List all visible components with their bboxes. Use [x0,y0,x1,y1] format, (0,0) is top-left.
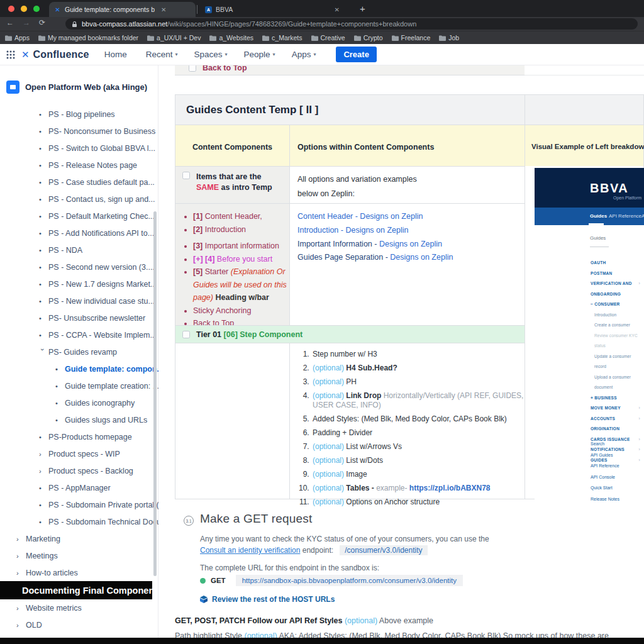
sidebar-page-item[interactable]: • Guide template: compon... [0,360,158,377]
zeplin-link[interactable]: Introduction - Designs on Zeplin [297,224,525,238]
sidebar-page-item[interactable]: • PS - Second new version (3.... [0,258,158,275]
bbva-hero-banner: BBVA Open Platform [535,168,644,208]
sidebar-page-item[interactable]: • Guides slugs and URLs [0,411,158,428]
sidebar-page-item[interactable]: • PS - Switch to Global BBVA l... [0,140,158,157]
confluence-logo[interactable]: ✕ Confluence [21,49,89,60]
sidebar-page-item[interactable]: • PS - NDA [0,242,158,258]
component-list-item[interactable]: [3] Important information [193,240,289,253]
bbva-side-menu: OAUTH POSTMAN VERIFICATION AND ONBOARDIN… [535,258,644,465]
sidebar-page-item[interactable]: • PS - Blog pipelines [0,106,158,123]
sidebar-page-item[interactable]: • PS - Contact us, sign up and... [0,191,158,208]
back-to-top-link[interactable]: Back to Top [203,65,247,72]
zeplin-link[interactable]: Content Header - Designs on Zeplin [297,210,525,224]
bookmarks-bar: Apps My managed bookmarks folder a_UX/UI… [0,31,644,44]
confluence-nav-item[interactable]: Apps ▾ [292,50,316,59]
component-list-item[interactable]: Sticky Anchoring [193,304,289,318]
tree-marker-icon: • [55,382,65,390]
tree-marker-icon: • [39,111,48,118]
bbva-footer-link: API Console [535,472,644,483]
divider [590,247,609,247]
address-bar[interactable]: bbva-compass.atlassian.net/wiki/spaces/H… [65,18,638,30]
sidebar-page-item[interactable]: • PS - Case studies default pa... [0,174,158,191]
step-option-item: (optional) Image [311,470,525,479]
tree-marker-icon: • [39,162,48,169]
review-host-urls-link[interactable]: Review the rest of the HOST URLs [200,595,335,604]
checkbox[interactable] [182,172,190,179]
forward-icon[interactable]: → [23,18,30,27]
sidebar-page-item[interactable]: › Product specs - WIP [0,445,158,462]
sidebar-page-item[interactable]: • Guide template creation: ... [0,377,158,394]
bookmark-item[interactable]: Crypto [354,34,383,42]
confluence-nav-item[interactable]: People ▾ [244,50,275,59]
tab-guide-template[interactable]: ✕ Guide template: components b ✕ [49,2,196,17]
zeplin-link[interactable]: Guides Page Separation - Designs on Zepl… [297,251,525,265]
component-list-item[interactable]: [1] Content Header, [193,210,289,223]
sidebar-page-item[interactable]: • PS-Products homepage [0,428,158,445]
back-icon[interactable]: ← [6,18,14,27]
sidebar-page-item[interactable]: • PS - New individual case stu... [0,292,158,309]
sidebar-scrollbar[interactable] [153,211,157,576]
tab-bbva[interactable]: A BBVA ✕ [200,2,345,17]
bookmark-item[interactable]: a_UX/UI + Dev [147,34,201,42]
zoom-window-button[interactable] [33,6,40,12]
sidebar-page-item[interactable]: • PS - Subdomain Private portal (... [0,496,158,513]
bookmark-item[interactable]: Apps [5,34,30,42]
component-list-item[interactable]: [+] [4] Before you start [193,253,289,266]
component-list-item[interactable]: [5] Starter (Explanation Or Guides will … [193,265,289,304]
confluence-nav-item[interactable]: Recent ▾ [146,50,178,59]
app-switcher-icon[interactable] [6,50,15,59]
sidebar-page-item[interactable]: • PS - CCPA - Website Implem... [0,326,158,343]
bookmark-item[interactable]: My managed bookmarks folder [38,34,138,42]
checkbox[interactable] [182,331,190,338]
get-method-label: GET [211,577,226,584]
row-options-intro-cell: All options and variation examples below… [289,166,525,204]
sidebar-page-item[interactable]: › Website metrics [0,599,158,616]
chevron-down-icon: ▾ [175,52,178,57]
endpoint-url-chip[interactable]: https://sandbox-apis.bbvaopenplatform.co… [236,575,463,586]
reload-icon[interactable]: ⟳ [39,18,45,27]
tree-marker-icon: › [39,450,48,458]
bookmark-item[interactable]: c_Markets [262,34,302,42]
create-button[interactable]: Create [336,47,376,62]
step-options-cell: Step number w/ H3(optional) H4 Sub.Head?… [289,343,525,499]
tab-close-icon[interactable]: ✕ [161,6,166,13]
confluence-favicon: ✕ [54,6,61,13]
sidebar-page-item[interactable]: • PS - Add Notifications API to... [0,225,158,242]
tab-close-icon[interactable]: ✕ [335,6,340,13]
bbva-menu-item: VERIFICATION AND ONBOARDING› [535,279,641,299]
sidebar-page-item[interactable]: • PS- Unsubscribe newsletter [0,309,158,326]
sidebar-page-item[interactable]: › Product specs - Backlog [0,462,158,479]
sidebar-page-item[interactable]: › How-to articles [0,564,158,581]
sidebar-page-item[interactable]: • PS - Release Notes page [0,157,158,174]
bookmark-item[interactable]: Creative [311,34,345,42]
chevron-down-icon: ▾ [225,52,228,57]
bbva-nav-bar: Guides API Reference A [535,208,644,225]
sidebar-page-item[interactable]: • PS - New 1.7 designs Market... [0,275,158,292]
sidebar-page-item[interactable]: Documenting Final Components [0,581,152,599]
sidebar-page-item[interactable]: › Meetings [0,547,158,564]
tree-marker-icon: • [39,247,48,254]
sidebar-page-item[interactable]: • PS- Nonconsumer to Business [0,123,158,140]
new-tab-button[interactable]: + [360,3,365,14]
sidebar-page-item[interactable]: › Marketing [0,530,158,547]
sidebar-page-item[interactable]: • PS - Subdomain Technical Docu... [0,513,158,530]
bookmark-item[interactable]: Job [439,34,459,42]
close-window-button[interactable] [8,6,14,12]
sidebar-page-item[interactable]: • PS - Default Marketing Chec... [0,208,158,225]
sidebar-page-item[interactable]: • Guides iconography [0,394,158,411]
bbva-footer-link: Search [535,438,644,450]
tree-marker-icon: › [16,604,26,612]
bbva-nav-guides: Guides [590,213,607,219]
sidebar-page-item[interactable]: › PS- Guides revamp [0,343,158,360]
bookmark-item[interactable]: Freelance [392,34,431,42]
bookmark-item[interactable]: a_Websites [209,34,253,42]
sidebar-page-item[interactable]: • PS - AppManager [0,479,158,496]
sidebar-page-item[interactable]: › OLD [0,616,158,633]
component-list-item[interactable]: [2] Introduction [193,223,289,236]
confluence-nav-item[interactable]: Spaces ▾ [194,50,228,59]
zeplin-link[interactable]: Important Information - Designs on Zepli… [297,238,525,252]
space-header[interactable]: Open Platform Web (aka Hinge) [6,80,147,94]
minimize-window-button[interactable] [21,6,27,12]
confluence-nav-item[interactable]: Home [104,50,130,59]
checkbox[interactable] [189,65,196,72]
